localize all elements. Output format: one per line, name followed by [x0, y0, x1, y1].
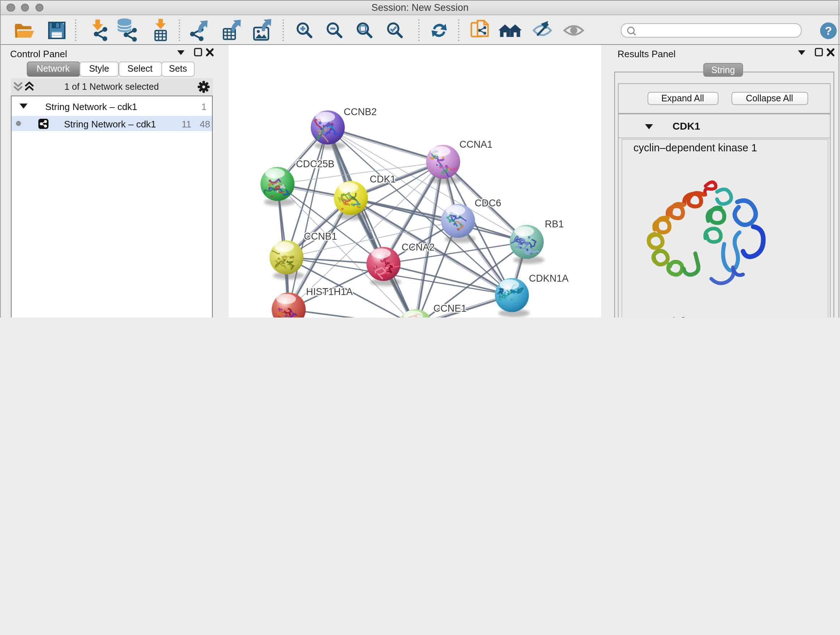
svg-text:CCNE1: CCNE1: [433, 303, 466, 314]
svg-text:?: ?: [825, 24, 832, 37]
svg-text:CDC6: CDC6: [474, 198, 501, 209]
svg-text:CDK1: CDK1: [369, 174, 395, 185]
svg-text:CCNB1: CCNB1: [303, 231, 337, 242]
svg-text:HIST1H1A: HIST1H1A: [306, 287, 352, 297]
svg-text:CDKN1A: CDKN1A: [529, 273, 568, 284]
svg-text:CDC25B: CDC25B: [295, 158, 334, 169]
svg-text:CCNA1: CCNA1: [459, 139, 493, 150]
svg-text:CCNB2: CCNB2: [343, 106, 377, 117]
svg-text:RB1: RB1: [545, 219, 564, 230]
svg-text:CCNA2: CCNA2: [401, 242, 434, 253]
